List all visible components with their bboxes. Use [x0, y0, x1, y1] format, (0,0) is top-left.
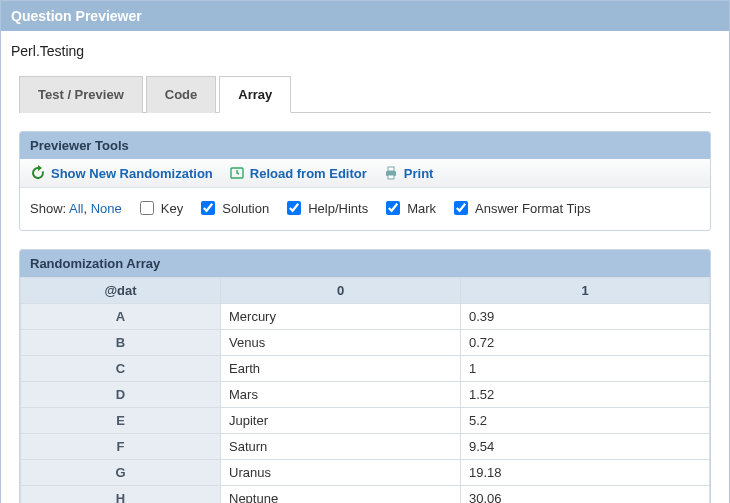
- print-label: Print: [404, 166, 434, 181]
- table-header-row: @dat 0 1: [21, 278, 710, 304]
- key-checkbox[interactable]: [140, 201, 154, 215]
- tab-code[interactable]: Code: [146, 76, 217, 113]
- show-all-link[interactable]: All: [69, 201, 83, 216]
- row-label: B: [21, 330, 221, 356]
- randomization-array-header: Randomization Array: [20, 250, 710, 277]
- app-window: Question Previewer Perl.Testing Test / P…: [0, 0, 730, 503]
- cell: 1.52: [461, 382, 710, 408]
- cell: Neptune: [221, 486, 461, 504]
- show-none-link[interactable]: None: [91, 201, 122, 216]
- col-header-var: @dat: [21, 278, 221, 304]
- table-row: B Venus 0.72: [21, 330, 710, 356]
- mark-checkbox[interactable]: [386, 201, 400, 215]
- cell: Earth: [221, 356, 461, 382]
- cell: 1: [461, 356, 710, 382]
- key-text: Key: [161, 201, 183, 216]
- help-checkbox[interactable]: [287, 201, 301, 215]
- cell: Mercury: [221, 304, 461, 330]
- cell: Uranus: [221, 460, 461, 486]
- refresh-icon: [30, 165, 46, 181]
- tab-test-preview[interactable]: Test / Preview: [19, 76, 143, 113]
- row-label: E: [21, 408, 221, 434]
- table-row: C Earth 1: [21, 356, 710, 382]
- svg-rect-3: [388, 175, 394, 179]
- cell: 0.39: [461, 304, 710, 330]
- show-new-randomization-label: Show New Randomization: [51, 166, 213, 181]
- previewer-toolbar: Show New Randomization Reload from Edito…: [20, 159, 710, 188]
- randomization-table: @dat 0 1 A Mercury 0.39 B Venus 0.72: [20, 277, 710, 503]
- row-label: A: [21, 304, 221, 330]
- randomization-array-panel: Randomization Array @dat 0 1 A Mercury 0…: [19, 249, 711, 503]
- row-label: G: [21, 460, 221, 486]
- cell: Saturn: [221, 434, 461, 460]
- show-label: Show: All, None: [30, 201, 122, 216]
- row-label: F: [21, 434, 221, 460]
- mark-checkbox-label[interactable]: Mark: [382, 198, 436, 218]
- cell: 19.18: [461, 460, 710, 486]
- table-row: E Jupiter 5.2: [21, 408, 710, 434]
- cell: Venus: [221, 330, 461, 356]
- tips-text: Answer Format Tips: [475, 201, 591, 216]
- previewer-tools-header: Previewer Tools: [20, 132, 710, 159]
- col-header-1: 1: [461, 278, 710, 304]
- print-button[interactable]: Print: [383, 165, 434, 181]
- mark-text: Mark: [407, 201, 436, 216]
- table-row: D Mars 1.52: [21, 382, 710, 408]
- table-row: F Saturn 9.54: [21, 434, 710, 460]
- table-row: H Neptune 30.06: [21, 486, 710, 504]
- solution-checkbox-label[interactable]: Solution: [197, 198, 269, 218]
- show-options-row: Show: All, None Key Solution Help/Hints: [20, 188, 710, 230]
- content-area: Test / Preview Code Array Previewer Tool…: [1, 75, 729, 503]
- help-checkbox-label[interactable]: Help/Hints: [283, 198, 368, 218]
- tab-array[interactable]: Array: [219, 76, 291, 113]
- cell: Jupiter: [221, 408, 461, 434]
- col-header-0: 0: [221, 278, 461, 304]
- tab-bar: Test / Preview Code Array: [19, 75, 711, 113]
- show-new-randomization-button[interactable]: Show New Randomization: [30, 165, 213, 181]
- row-label: C: [21, 356, 221, 382]
- solution-checkbox[interactable]: [201, 201, 215, 215]
- cell: 5.2: [461, 408, 710, 434]
- tips-checkbox[interactable]: [454, 201, 468, 215]
- cell: 9.54: [461, 434, 710, 460]
- solution-text: Solution: [222, 201, 269, 216]
- reload-from-editor-button[interactable]: Reload from Editor: [229, 165, 367, 181]
- question-path: Perl.Testing: [1, 31, 729, 75]
- cell: 30.06: [461, 486, 710, 504]
- key-checkbox-label[interactable]: Key: [136, 198, 183, 218]
- row-label: D: [21, 382, 221, 408]
- reload-icon: [229, 165, 245, 181]
- reload-from-editor-label: Reload from Editor: [250, 166, 367, 181]
- cell: 0.72: [461, 330, 710, 356]
- svg-rect-2: [388, 167, 394, 171]
- table-row: G Uranus 19.18: [21, 460, 710, 486]
- window-title: Question Previewer: [1, 1, 729, 31]
- row-label: H: [21, 486, 221, 504]
- previewer-tools-panel: Previewer Tools Show New Randomization R…: [19, 131, 711, 231]
- help-text: Help/Hints: [308, 201, 368, 216]
- table-row: A Mercury 0.39: [21, 304, 710, 330]
- print-icon: [383, 165, 399, 181]
- cell: Mars: [221, 382, 461, 408]
- tips-checkbox-label[interactable]: Answer Format Tips: [450, 198, 591, 218]
